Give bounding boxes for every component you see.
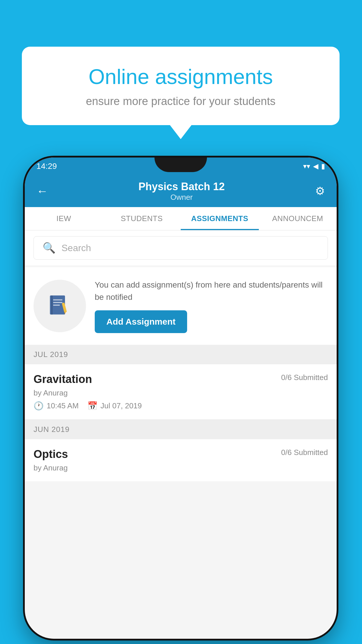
header-subtitle: Owner <box>138 193 225 202</box>
tab-iew[interactable]: IEW <box>25 207 103 230</box>
speech-bubble-container: Online assignments ensure more practice … <box>22 47 340 125</box>
tabs-bar: IEW STUDENTS ASSIGNMENTS ANNOUNCEM <box>25 207 337 230</box>
add-assignment-section: You can add assignment(s) from here and … <box>25 267 337 345</box>
assignment-name: Gravitation <box>34 373 92 386</box>
notebook-icon <box>47 293 73 319</box>
signal-icon: ◀ <box>313 162 318 170</box>
section-header-jul: JUL 2019 <box>25 345 337 364</box>
speech-bubble: Online assignments ensure more practice … <box>22 47 340 125</box>
status-time: 14:29 <box>36 162 57 171</box>
back-button[interactable]: ← <box>36 185 48 198</box>
battery-icon: ▮ <box>321 162 325 170</box>
assignment-by: by Anurag <box>34 388 328 398</box>
assignment-info-text: You can add assignment(s) from here and … <box>95 279 328 303</box>
speech-bubble-subtitle: ensure more practice for your students <box>45 95 316 108</box>
speech-bubble-title: Online assignments <box>45 64 316 89</box>
header-title: Physics Batch 12 <box>138 181 225 193</box>
partial-assignment-by: by Anurag <box>34 463 328 473</box>
app-header: ← Physics Batch 12 Owner ⚙ <box>25 175 337 207</box>
assignment-item-optics[interactable]: Optics 0/6 Submitted by Anurag <box>25 439 337 481</box>
search-placeholder: Search <box>61 243 91 253</box>
search-icon: 🔍 <box>43 242 56 254</box>
status-bar: 14:29 ▾▾ ◀ ▮ <box>25 158 337 175</box>
partial-item-top: Optics 0/6 Submitted <box>34 448 328 461</box>
phone-screen: 14:29 ▾▾ ◀ ▮ ← Physics Batch 12 Owner ⚙ … <box>25 158 337 639</box>
partial-assignment-name: Optics <box>34 448 68 461</box>
assignment-meta: 🕐 10:45 AM 📅 Jul 07, 2019 <box>34 401 328 411</box>
status-icons: ▾▾ ◀ ▮ <box>303 162 325 170</box>
add-assignment-button[interactable]: Add Assignment <box>95 310 187 333</box>
assignment-item-gravitation[interactable]: Gravitation 0/6 Submitted by Anurag 🕐 10… <box>25 364 337 420</box>
svg-rect-4 <box>53 305 60 306</box>
assignment-submitted: 0/6 Submitted <box>281 373 328 382</box>
header-title-group: Physics Batch 12 Owner <box>138 181 225 202</box>
tab-students[interactable]: STUDENTS <box>103 207 181 230</box>
wifi-icon: ▾▾ <box>303 162 310 170</box>
search-bar[interactable]: 🔍 Search <box>34 236 328 260</box>
svg-rect-2 <box>53 300 63 300</box>
section-header-jun: JUN 2019 <box>25 420 337 439</box>
meta-time: 🕐 10:45 AM <box>34 401 79 411</box>
settings-icon[interactable]: ⚙ <box>315 185 325 197</box>
tab-assignments[interactable]: ASSIGNMENTS <box>181 207 259 230</box>
assignment-info: You can add assignment(s) from here and … <box>95 279 328 333</box>
notch <box>154 158 207 172</box>
svg-rect-1 <box>51 295 53 314</box>
assignment-icon-circle <box>34 280 86 332</box>
assignment-top-row: Gravitation 0/6 Submitted <box>34 373 328 386</box>
tab-announcements[interactable]: ANNOUNCEM <box>259 207 337 230</box>
partial-assignment-submitted: 0/6 Submitted <box>281 448 328 461</box>
phone-frame: 14:29 ▾▾ ◀ ▮ ← Physics Batch 12 Owner ⚙ … <box>25 158 337 639</box>
calendar-icon: 📅 <box>87 401 98 411</box>
svg-rect-3 <box>53 302 63 303</box>
clock-icon: 🕐 <box>34 401 44 411</box>
search-container: 🔍 Search <box>25 230 337 265</box>
meta-date: 📅 Jul 07, 2019 <box>87 401 142 411</box>
